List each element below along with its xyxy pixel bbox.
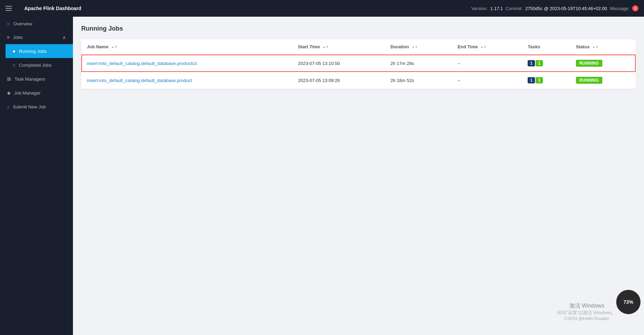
task-finished-badge: 1 <box>536 77 543 83</box>
task-badge: 1 1 <box>528 77 543 83</box>
running-jobs-icon: ● <box>13 48 15 54</box>
task-badge: 1 1 <box>528 60 543 66</box>
cell-end-time: – <box>452 55 522 72</box>
main-content: Running Jobs Job Name ▲▼ Start Time ▲▼ <box>73 17 644 335</box>
task-running-badge: 1 <box>528 60 535 66</box>
col-header-start-time[interactable]: Start Time ▲▼ <box>292 39 385 55</box>
sort-icon-start-time: ▲▼ <box>323 46 329 49</box>
sidebar: ○ Overview ≡ Jobs ∧ ● Running Jobs ○ Com… <box>0 17 73 335</box>
cell-job-name: insert-into_default_catalog.default_data… <box>81 55 292 72</box>
overview-icon: ○ <box>7 21 10 26</box>
sort-icon-duration: ▲▼ <box>412 46 418 49</box>
version-value: 1.17.1 <box>490 6 503 11</box>
sort-icon-status: ▲▼ <box>592 46 598 49</box>
topbar-left: F Apache Flink Dashboard <box>6 3 79 14</box>
sidebar-item-overview[interactable]: ○ Overview <box>0 17 73 31</box>
commit-label: Commit: <box>506 6 522 11</box>
sidebar-item-submit-new-job-label: Submit New Job <box>13 104 46 109</box>
sys-monitor: 73% <box>616 290 641 314</box>
table-body: insert-into_default_catalog.default_data… <box>81 55 636 89</box>
jobs-icon: ≡ <box>7 35 10 40</box>
task-running-badge: 1 <box>528 77 535 83</box>
sidebar-item-job-manager[interactable]: ◈ Job Manager <box>0 86 73 100</box>
sidebar-item-running-jobs-label: Running Jobs <box>19 49 47 54</box>
commit-value: 2750d5c @ 2023-05-19T10:45:46+02:00 <box>525 6 607 11</box>
job-manager-icon: ◈ <box>7 90 11 96</box>
topbar-right: Version: 1.17.1 Commit: 2750d5c @ 2023-0… <box>471 5 638 11</box>
sidebar-sub-jobs: ● Running Jobs ○ Completed Jobs <box>0 44 73 72</box>
sort-icon-job-name: ▲▼ <box>111 46 117 49</box>
chevron-up-icon: ∧ <box>63 35 66 40</box>
sidebar-item-submit-new-job[interactable]: ↓ Submit New Job <box>0 100 73 114</box>
col-header-end-time[interactable]: End Time ▲▼ <box>452 39 522 55</box>
col-header-tasks: Tasks <box>522 39 570 55</box>
cell-tasks: 1 1 <box>522 55 570 72</box>
message-label: Message: <box>610 6 629 11</box>
col-header-status[interactable]: Status ▲▼ <box>570 39 636 55</box>
sidebar-item-jobs-label: Jobs <box>13 35 23 40</box>
hamburger-icon[interactable] <box>6 6 12 11</box>
page-title: Running Jobs <box>81 25 636 32</box>
app-body: ○ Overview ≡ Jobs ∧ ● Running Jobs ○ Com… <box>0 17 644 335</box>
status-badge: RUNNING <box>576 77 602 84</box>
cell-status: RUNNING <box>570 72 636 89</box>
completed-jobs-icon: ○ <box>13 62 15 68</box>
app-title: Apache Flink Dashboard <box>24 6 81 11</box>
cell-start-time: 2023-07-05 13:09:26 <box>292 72 385 89</box>
status-badge: RUNNING <box>576 60 602 67</box>
cell-tasks: 1 1 <box>522 72 570 89</box>
cell-duration: 2h 18m 52s <box>385 72 452 89</box>
table-row[interactable]: insert-into_default_catalog.default_data… <box>81 55 636 72</box>
sidebar-item-completed-jobs-label: Completed Jobs <box>19 63 51 68</box>
message-badge[interactable]: 0 <box>632 5 638 11</box>
cpu-percent: 73% <box>624 299 633 305</box>
sort-icon-end-time: ▲▼ <box>480 46 487 49</box>
jobs-table: Job Name ▲▼ Start Time ▲▼ Duration ▲▼ <box>81 39 636 89</box>
table-header: Job Name ▲▼ Start Time ▲▼ Duration ▲▼ <box>81 39 636 55</box>
sidebar-item-jobs[interactable]: ≡ Jobs ∧ <box>0 31 73 44</box>
sidebar-item-task-managers[interactable]: ⊞ Task Managers <box>0 72 73 86</box>
cell-start-time: 2023-07-05 13:10:50 <box>292 55 385 72</box>
table-row[interactable]: insert-into_default_catalog.default_data… <box>81 72 636 89</box>
task-managers-icon: ⊞ <box>7 76 11 82</box>
sidebar-item-task-managers-label: Task Managers <box>15 76 45 82</box>
cell-end-time: – <box>452 72 522 89</box>
task-finished-badge: 1 <box>536 60 543 66</box>
col-header-duration[interactable]: Duration ▲▼ <box>385 39 452 55</box>
col-header-job-name[interactable]: Job Name ▲▼ <box>81 39 292 55</box>
cell-duration: 2h 17m 28s <box>385 55 452 72</box>
cell-job-name: insert-into_default_catalog.default_data… <box>81 72 292 89</box>
topbar: F Apache Flink Dashboard Version: 1.17.1… <box>0 0 644 17</box>
sidebar-item-completed-jobs[interactable]: ○ Completed Jobs <box>6 58 73 72</box>
jobs-table-container: Job Name ▲▼ Start Time ▲▼ Duration ▲▼ <box>81 39 636 89</box>
sidebar-item-running-jobs[interactable]: ● Running Jobs <box>6 44 73 58</box>
sidebar-item-job-manager-label: Job Manager <box>14 90 41 96</box>
submit-job-icon: ↓ <box>7 104 9 109</box>
sidebar-item-overview-label: Overview <box>13 21 32 26</box>
cell-status: RUNNING <box>570 55 636 72</box>
version-label: Version: <box>471 6 488 11</box>
